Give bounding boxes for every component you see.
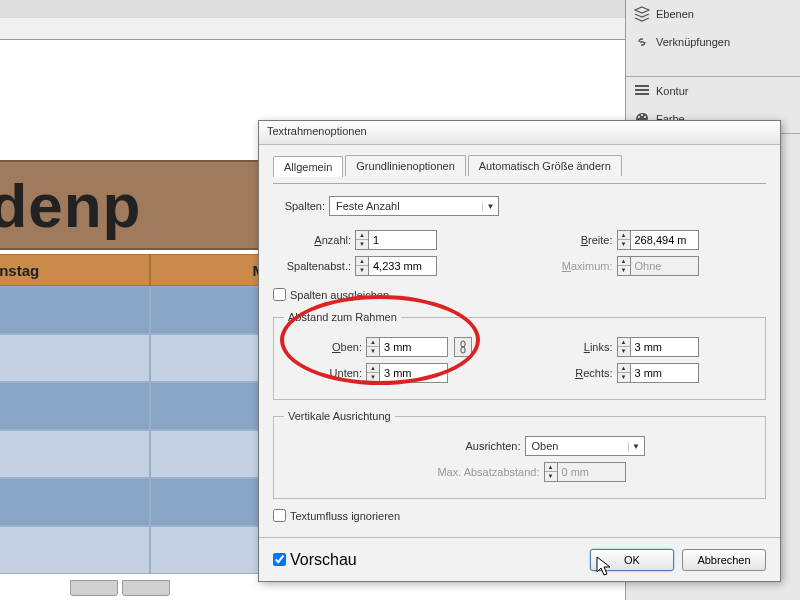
- vorschau-checkbox[interactable]: [273, 553, 286, 566]
- table-header-cell: enstag: [0, 254, 150, 286]
- spalten-label: Spalten:: [273, 200, 329, 212]
- page-tabs: [70, 580, 170, 596]
- abbrechen-button[interactable]: Abbrechen: [682, 549, 766, 571]
- oben-spinner[interactable]: ▲▼: [366, 337, 448, 357]
- oben-label: Oben:: [284, 341, 366, 353]
- unten-spinner[interactable]: ▲▼: [366, 363, 448, 383]
- vorschau-label: Vorschau: [290, 551, 357, 569]
- ok-button[interactable]: OK: [590, 549, 674, 571]
- vertical-align-fieldset: Vertikale Ausrichtung Ausrichten: Oben ▼…: [273, 410, 766, 499]
- spaltenabst-input[interactable]: [369, 256, 437, 276]
- panel-item-verknuepfungen[interactable]: Verknüpfungen: [626, 28, 800, 56]
- breite-input[interactable]: [631, 230, 699, 250]
- page-tab[interactable]: [70, 580, 118, 596]
- tab-allgemein[interactable]: Allgemein: [273, 156, 343, 177]
- tab-grundlinien[interactable]: Grundlinienoptionen: [345, 155, 465, 176]
- panel-label: Ebenen: [656, 8, 694, 20]
- rechts-spinner[interactable]: ▲▼: [617, 363, 699, 383]
- text-frame-options-dialog: Textrahmenoptionen Allgemein Grundlinien…: [258, 120, 781, 582]
- tab-auto-groesse[interactable]: Automatisch Größe ändern: [468, 155, 622, 176]
- inset-legend: Abstand zum Rahmen: [284, 311, 401, 323]
- maximum-label: Maximum:: [535, 260, 617, 272]
- panel-label: Kontur: [656, 85, 688, 97]
- table-cell: [0, 334, 150, 382]
- link-values-button[interactable]: [454, 337, 472, 357]
- table-cell: [0, 478, 150, 526]
- oben-input[interactable]: [380, 337, 448, 357]
- panel-item-ebenen[interactable]: Ebenen: [626, 0, 800, 28]
- spaltenabst-label: Spaltenabst.:: [273, 260, 355, 272]
- rechts-label: Rechts:: [535, 367, 617, 379]
- svg-point-1: [641, 114, 643, 116]
- links-input[interactable]: [631, 337, 699, 357]
- panel-label: Verknüpfungen: [656, 36, 730, 48]
- maxabs-label: Max. Absatzabstand:: [414, 466, 544, 478]
- breite-label: Breite:: [535, 234, 617, 246]
- unten-input[interactable]: [380, 363, 448, 383]
- inset-fieldset: Abstand zum Rahmen Oben: ▲▼ Unt: [273, 311, 766, 400]
- dialog-title: Textrahmenoptionen: [259, 121, 780, 145]
- page-tab[interactable]: [122, 580, 170, 596]
- links-icon: [634, 34, 650, 50]
- ausrichten-label: Ausrichten:: [395, 440, 525, 452]
- anzahl-label: Anzahl:: [273, 234, 355, 246]
- maximum-spinner: ▲▼: [617, 256, 699, 276]
- textumfluss-checkbox[interactable]: [273, 509, 286, 522]
- links-spinner[interactable]: ▲▼: [617, 337, 699, 357]
- table-cell: [0, 382, 150, 430]
- horizontal-ruler: [0, 18, 625, 40]
- rechts-input[interactable]: [631, 363, 699, 383]
- vertical-align-legend: Vertikale Ausrichtung: [284, 410, 395, 422]
- maxabs-input: [558, 462, 626, 482]
- table-cell: [0, 286, 150, 334]
- anzahl-spinner[interactable]: ▲▼: [355, 230, 437, 250]
- spaltenabst-spinner[interactable]: ▲▼: [355, 256, 437, 276]
- panel-item-kontur[interactable]: Kontur: [626, 77, 800, 105]
- ausrichten-combo[interactable]: Oben ▼: [525, 436, 645, 456]
- table-cell: [0, 430, 150, 478]
- ausgleichen-checkbox[interactable]: [273, 288, 286, 301]
- breite-spinner[interactable]: ▲▼: [617, 230, 699, 250]
- chevron-down-icon: ▼: [628, 442, 644, 451]
- layers-icon: [634, 6, 650, 22]
- spalten-combo[interactable]: Feste Anzahl ▼: [329, 196, 499, 216]
- ausgleichen-label: Spalten ausgleichen: [290, 289, 389, 301]
- maximum-input: [631, 256, 699, 276]
- unten-label: Unten:: [284, 367, 366, 379]
- links-label: Links:: [535, 341, 617, 353]
- maxabs-spinner: ▲▼: [544, 462, 626, 482]
- table-cell: [0, 526, 150, 574]
- anzahl-input[interactable]: [369, 230, 437, 250]
- textumfluss-label: Textumfluss ignorieren: [290, 510, 400, 522]
- svg-point-2: [644, 116, 646, 118]
- chevron-down-icon: ▼: [482, 202, 498, 211]
- svg-point-0: [638, 116, 640, 118]
- stroke-icon: [634, 83, 650, 99]
- chain-icon: [458, 340, 468, 354]
